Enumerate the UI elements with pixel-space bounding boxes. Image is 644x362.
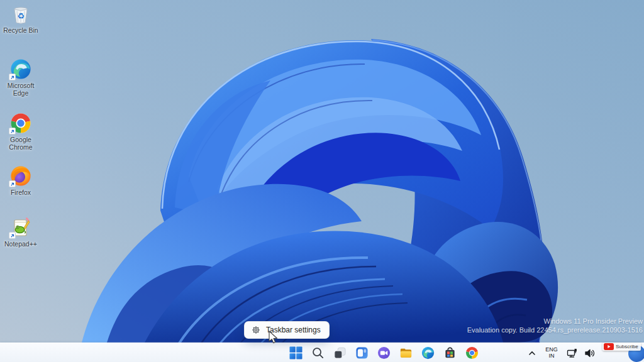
network-icon[interactable] <box>566 347 579 359</box>
taskbar: ENG IN <box>0 343 644 362</box>
youtube-play-icon <box>604 343 614 350</box>
start-button[interactable] <box>288 346 303 361</box>
subscribe-label: Subscribe <box>616 344 638 349</box>
desktop-icon-label: Firefox <box>11 189 31 196</box>
recycle-bin-icon: ♻ <box>9 3 32 25</box>
shortcut-arrow-icon <box>9 180 16 187</box>
chrome-icon <box>9 112 32 134</box>
bloom-wallpaper <box>0 0 644 362</box>
desktop-icon-firefox[interactable]: Firefox <box>0 165 42 196</box>
shortcut-arrow-icon <box>9 232 16 239</box>
desktop-icon-google-chrome[interactable]: Google Chrome <box>0 112 42 151</box>
firefox-icon <box>9 165 32 187</box>
notepad-plus-plus-icon <box>9 216 32 239</box>
language-indicator[interactable]: ENG IN <box>542 347 561 359</box>
insider-preview-watermark: Windows 11 Pro Insider Preview Evaluatio… <box>467 317 643 334</box>
edge-button[interactable] <box>420 346 435 361</box>
svg-text:♻: ♻ <box>17 11 25 21</box>
desktop-icon-label: Microsoft Edge <box>1 82 41 97</box>
gear-icon <box>252 326 260 334</box>
watermark-line-1: Windows 11 Pro Insider Preview <box>467 317 643 326</box>
desktop-icon-label: Recycle Bin <box>3 26 38 34</box>
search-button[interactable] <box>310 346 325 361</box>
widgets-button[interactable] <box>354 346 369 361</box>
desktop-icon-notepad-plus-plus[interactable]: Notepad++ <box>0 216 42 248</box>
microsoft-store-button[interactable] <box>442 346 457 361</box>
volume-icon[interactable] <box>584 347 596 359</box>
watermark-line-2: Evaluation copy. Build 22454.rs_prerelea… <box>467 326 643 334</box>
language-line-2: IN <box>542 353 561 359</box>
shortcut-arrow-icon <box>9 74 16 80</box>
edge-icon <box>9 58 32 80</box>
desktop-icon-label: Google Chrome <box>1 136 41 151</box>
system-tray: ENG IN <box>527 343 596 362</box>
mouse-cursor <box>267 331 279 347</box>
hidden-icons-chevron[interactable] <box>527 348 537 358</box>
desktop-icon-label: Notepad++ <box>4 240 37 248</box>
chat-button[interactable] <box>376 346 391 361</box>
windows-11-desktop: ♻ Recycle Bin <box>0 0 644 362</box>
shortcut-arrow-icon <box>9 128 16 134</box>
subscribe-overlay[interactable]: Subscribe <box>602 343 641 351</box>
file-explorer-button[interactable] <box>398 346 413 361</box>
taskbar-icon-group <box>288 343 479 362</box>
desktop-icon-recycle-bin[interactable]: ♻ Recycle Bin <box>0 3 42 34</box>
taskbar-context-menu: Taskbar settings <box>244 321 330 339</box>
task-view-button[interactable] <box>332 346 347 361</box>
chrome-button[interactable] <box>464 346 479 361</box>
desktop-icon-microsoft-edge[interactable]: Microsoft Edge <box>0 58 42 97</box>
